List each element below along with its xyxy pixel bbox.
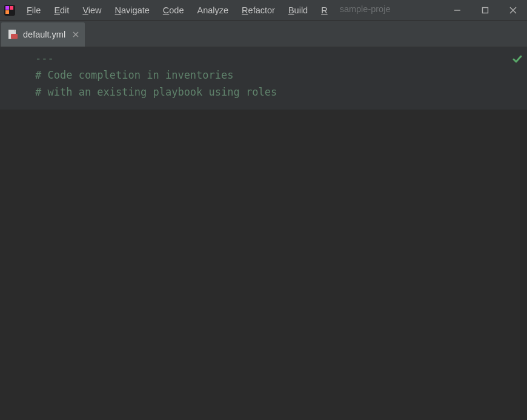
code-line: # Code completion in inventories <box>35 67 527 84</box>
inspections-ok-icon[interactable] <box>512 52 522 69</box>
editor-tab[interactable]: default.yml <box>1 22 85 47</box>
yaml-file-icon <box>7 29 18 40</box>
menu-refactor[interactable]: Refactor <box>237 4 280 16</box>
editor: --- # Code completion in inventories # w… <box>0 47 527 420</box>
menu-run[interactable]: R <box>316 4 332 16</box>
tab-filename: default.yml <box>23 30 65 39</box>
editor-gutter <box>0 110 29 420</box>
window-controls <box>443 0 527 20</box>
menu-code[interactable]: Code <box>158 4 189 16</box>
svg-rect-3 <box>5 10 9 14</box>
search-everywhere[interactable]: sample-proje <box>340 4 394 16</box>
app-icon <box>4 4 16 16</box>
menu-navigate[interactable]: Navigate <box>110 4 154 16</box>
svg-rect-1 <box>5 6 9 10</box>
titlebar: File Edit View Navigate Code Analyze Ref… <box>0 0 527 21</box>
menu-edit[interactable]: Edit <box>49 4 74 16</box>
menu-build[interactable]: Build <box>283 4 313 16</box>
editor-gutter <box>0 47 29 110</box>
editor-tabs: default.yml <box>0 21 527 47</box>
menu-bar: File Edit View Navigate Code Analyze Ref… <box>22 4 394 16</box>
menu-file[interactable]: File <box>22 4 45 16</box>
code-area[interactable]: --- # Code completion in inventories # w… <box>29 47 527 420</box>
menu-analyze[interactable]: Analyze <box>193 4 234 16</box>
minimize-button[interactable] <box>443 0 471 21</box>
maximize-button[interactable] <box>471 0 499 21</box>
menu-view[interactable]: View <box>78 4 106 16</box>
close-icon[interactable] <box>70 30 79 39</box>
code-line: # with an existing playbook using roles <box>35 84 527 100</box>
code-line: --- <box>35 50 527 67</box>
svg-rect-2 <box>10 6 13 10</box>
code-lines: --- # Code completion in inventories # w… <box>35 50 527 100</box>
svg-rect-10 <box>11 34 18 39</box>
close-button[interactable] <box>499 0 527 21</box>
svg-rect-5 <box>483 7 488 13</box>
